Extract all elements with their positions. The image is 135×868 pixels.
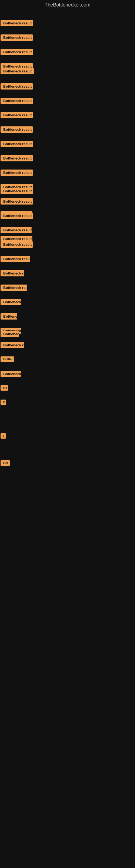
bottleneck-result-badge[interactable]: Bottleneck result [1,241,33,248]
bottleneck-result-row: Bottleneck result [1,155,33,162]
bottleneck-result-row: Bottleneck re [1,270,24,278]
bottleneck-result-badge[interactable]: B [1,400,6,405]
bottleneck-result-row: Bottlene [1,313,17,321]
bottleneck-result-row: Bottleneck result [1,112,33,119]
bottleneck-result-row: Bottlenec [1,331,19,338]
bottleneck-result-row: Bottleneck result [1,126,33,134]
bottleneck-result-row: Bottleneck resu [1,284,27,292]
bottleneck-result-row: Bottleneck result [1,49,33,56]
bottleneck-result-badge[interactable]: Bottleneck result [1,256,30,262]
site-title: TheBottlenecker.com [0,0,135,10]
bottleneck-result-badge[interactable]: Bottleneck result [1,98,33,104]
bottleneck-result-badge[interactable]: Bottleneck result [1,34,33,41]
bottleneck-result-badge[interactable]: Bottleneck result [1,169,33,176]
bottleneck-result-row: Bottleneck result [1,227,32,235]
bottleneck-result-badge[interactable]: Bottleneck re [1,270,24,276]
bottleneck-result-badge[interactable]: Bo [1,385,8,391]
bottleneck-result-row: Bottleneck result [1,68,34,75]
bottleneck-result-row: Bottleneck result [1,169,33,177]
bottleneck-result-badge[interactable]: Bottleneck [1,371,21,377]
bottleneck-result-badge[interactable]: Bottlene [1,313,17,319]
bottleneck-result-row: B [1,400,6,406]
bottleneck-result-row: Bottleneck result [1,213,33,220]
bottleneck-result-badge[interactable]: Bottleneck result [1,141,33,147]
bottleneck-result-badge[interactable]: Bottleneck result [1,83,33,90]
bottleneck-result-row: Bottleneck result [1,141,33,148]
bottleneck-result-row: Bottleneck result [1,188,33,195]
bottleneck-result-row: Bot [1,460,10,467]
bottleneck-result-badge[interactable]: Bottleneck result [1,49,33,55]
bottleneck-result-badge[interactable]: Bottleneck result [1,112,33,118]
bottleneck-result-row: Bottleneck result [1,241,33,249]
bottleneck-result-badge[interactable]: Bottleneck result [1,236,32,242]
bottleneck-result-row: Bottleneck result [1,256,30,263]
bottleneck-result-badge[interactable]: Bottleneck result [1,68,34,74]
bottleneck-result-badge[interactable]: | [1,433,6,439]
bottleneck-result-row: Bottleneck result [1,34,33,42]
bottleneck-result-badge[interactable]: Bottleneck result [1,155,33,161]
bottleneck-result-row: Bottleneck [1,299,21,306]
bottleneck-result-badge[interactable]: Bottleneck re [1,342,24,348]
bottleneck-result-row: Bottleneck re [1,342,24,349]
bottleneck-result-row: Bottleneck result [1,198,33,206]
bottleneck-result-badge[interactable]: Bottleneck result [1,188,33,194]
bottleneck-result-row: | [1,433,6,440]
bottleneck-result-row: Bottler [1,356,14,363]
bottleneck-result-badge[interactable]: Bottleneck result [1,198,33,205]
bottleneck-result-row: Bottleneck [1,371,21,378]
bottleneck-result-badge[interactable]: Bottler [1,356,14,362]
bottleneck-result-badge[interactable]: Bottleneck resu [1,284,27,291]
bottleneck-result-badge[interactable]: Bottleneck result [1,20,33,26]
bottleneck-result-badge[interactable]: Bot [1,460,10,466]
bottleneck-result-badge[interactable]: Bottleneck result [1,126,33,133]
bottleneck-result-row: Bo [1,385,8,392]
bottleneck-result-badge[interactable]: Bottleneck result [1,227,32,233]
bottleneck-result-row: Bottleneck result [1,98,33,105]
bottleneck-result-row: Bottleneck result [1,20,33,27]
bottleneck-result-badge[interactable]: Bottlenec [1,331,19,337]
bottleneck-result-badge[interactable]: Bottleneck result [1,213,33,219]
bottleneck-result-badge[interactable]: Bottleneck [1,299,21,305]
bottleneck-result-row: Bottleneck result [1,83,33,91]
